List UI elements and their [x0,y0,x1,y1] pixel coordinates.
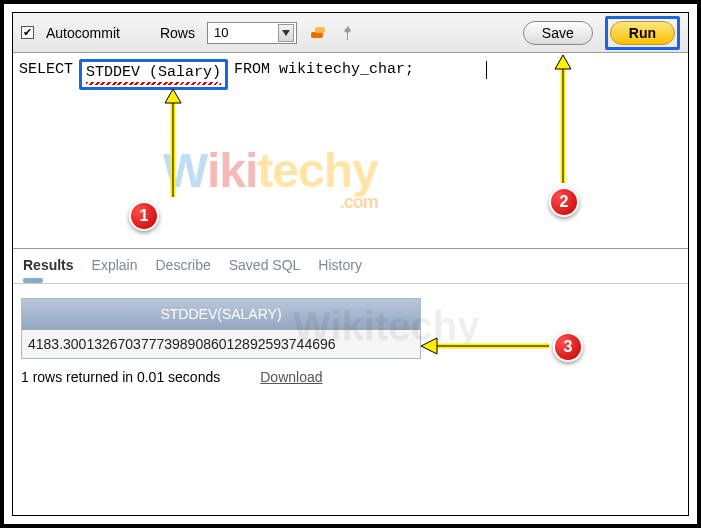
download-link[interactable]: Download [260,369,322,385]
annotation-bubble-2: 2 [549,187,579,217]
rows-value: 10 [214,25,228,40]
tab-saved-sql[interactable]: Saved SQL [229,257,301,273]
text-caret [486,61,487,79]
autocommit-checkbox[interactable]: ✔ [21,26,34,39]
autocommit-label: Autocommit [46,25,120,41]
svg-marker-11 [421,338,437,354]
annotation-bubble-1: 1 [129,201,159,231]
eraser-icon[interactable] [309,24,327,42]
tab-explain[interactable]: Explain [92,257,138,273]
save-button[interactable]: Save [523,21,593,45]
tab-results[interactable]: Results [23,257,74,273]
app-frame: ✔ Autocommit Rows 10 Save Run [0,0,701,528]
annotation-arrow-1 [163,89,183,199]
sql-segment-highlight: STDDEV (Salary) [79,59,228,90]
app-inner: ✔ Autocommit Rows 10 Save Run [12,12,689,516]
sql-segment-select: SELECT [17,59,79,90]
annotation-bubble-3: 3 [553,332,583,362]
run-highlight-box: Run [605,16,680,50]
annotation-arrow-3 [421,336,551,356]
sql-editor[interactable]: SELECT STDDEV (Salary) FROM wikitechy_ch… [13,53,688,249]
toolbar: ✔ Autocommit Rows 10 Save Run [13,13,688,53]
spellcheck-squiggle [86,82,221,85]
rows-select[interactable]: 10 [207,22,297,44]
tab-describe[interactable]: Describe [156,257,211,273]
result-tabs: Results Explain Describe Saved SQL Histo… [13,249,688,284]
results-panel: STDDEV(SALARY) 4183.30013267037773989086… [13,284,688,393]
svg-marker-0 [282,30,290,36]
svg-rect-2 [315,27,325,33]
tab-history[interactable]: History [318,257,362,273]
watermark-logo: Wikitechy .com [163,143,378,213]
grid-column-header: STDDEV(SALARY) [22,299,420,330]
results-grid: STDDEV(SALARY) 4183.30013267037773989086… [21,298,421,359]
status-row: 1 rows returned in 0.01 seconds Download [21,369,680,385]
status-text: 1 rows returned in 0.01 seconds [21,369,220,385]
sql-highlight-text: STDDEV (Salary) [86,64,221,81]
sql-segment-from: FROM wikitechy_char; [228,59,416,90]
sql-line: SELECT STDDEV (Salary) FROM wikitechy_ch… [13,53,688,96]
chevron-down-icon [278,24,294,42]
pin-icon[interactable] [339,24,357,42]
rows-label: Rows [160,25,195,41]
grid-cell-value: 4183.30013267037773989086012892593744696 [22,330,420,358]
run-button[interactable]: Run [610,21,675,45]
